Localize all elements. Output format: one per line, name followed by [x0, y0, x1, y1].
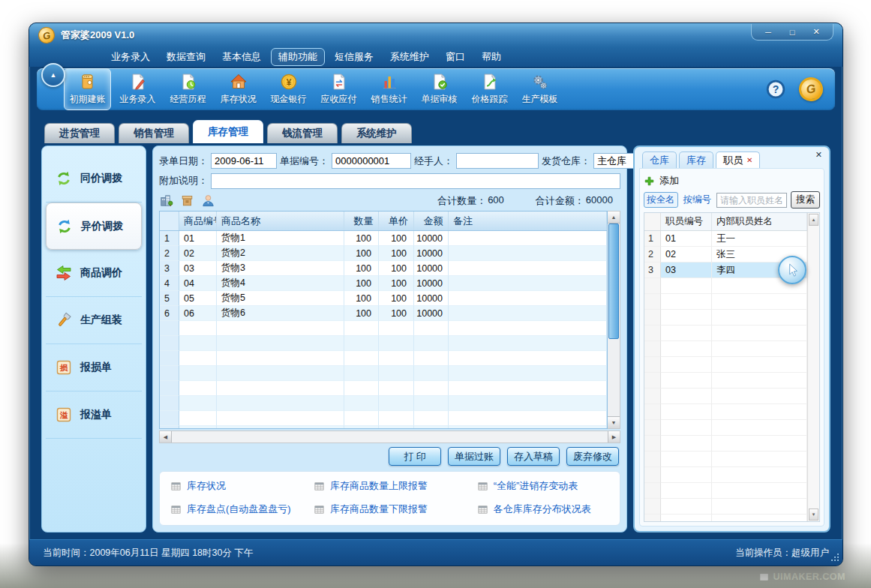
toolbar-button-7[interactable]: 单据审核 [416, 68, 463, 110]
filter-by-code[interactable]: 按编号 [682, 193, 713, 207]
module-tab-3[interactable]: 钱流管理 [267, 123, 338, 143]
add-row[interactable]: 添加 [644, 172, 820, 190]
staff-row-empty[interactable] [644, 357, 807, 373]
table-row[interactable]: 303货物310010010000 [160, 261, 607, 276]
toolbar-button-6[interactable]: 销售统计 [365, 68, 413, 110]
module-tab-2[interactable]: 库存管理 [193, 120, 263, 143]
scroll-up-button[interactable]: ▲ [608, 212, 620, 224]
table-row[interactable]: 404货物410010010000 [160, 276, 607, 291]
stock-lookup-icon[interactable] [180, 194, 194, 208]
staff-lookup-icon[interactable] [201, 194, 215, 208]
table-row-empty[interactable] [160, 351, 607, 366]
menu-item-7[interactable]: 帮助 [475, 49, 508, 65]
lookup-tab-0[interactable]: 仓库 [642, 152, 677, 168]
staff-row-empty[interactable] [644, 310, 807, 326]
staff-scroll-track[interactable] [808, 226, 819, 508]
scroll-down-button[interactable]: ▼ [608, 416, 620, 428]
warehouse-lookup-icon[interactable] [159, 194, 173, 208]
menu-item-6[interactable]: 窗口 [439, 49, 472, 65]
report-link-3[interactable]: 库存盘点(自动盘盈盘亏) [170, 502, 309, 516]
sidebar-item-4[interactable]: 报损单 [46, 344, 142, 392]
table-row[interactable]: 505货物510010010000 [160, 291, 607, 306]
module-tab-1[interactable]: 销售管理 [119, 123, 189, 143]
toolbar-button-8[interactable]: 价格跟踪 [466, 68, 513, 110]
sidebar-item-2[interactable]: 商品调价 [46, 250, 142, 297]
table-row[interactable]: 101货物110010010000 [160, 231, 607, 246]
staff-row-empty[interactable] [644, 483, 807, 499]
sidebar-item-3[interactable]: 生产组装 [46, 297, 142, 344]
staff-row-empty[interactable] [644, 388, 807, 404]
report-link-0[interactable]: 库存状况 [170, 479, 309, 493]
staff-row-empty[interactable] [644, 452, 807, 467]
discard-changes-button[interactable]: 废弃修改 [566, 447, 619, 466]
module-tab-0[interactable]: 进货管理 [44, 123, 115, 143]
toolbar-button-0[interactable]: 初期建账 [64, 68, 111, 110]
report-link-5[interactable]: 各仓库库存分布状况表 [477, 502, 609, 516]
items-horizontal-scrollbar[interactable]: ◀ ▶ [159, 430, 620, 443]
collapse-toolbar-button[interactable]: ▲ [41, 63, 65, 87]
staff-row-empty[interactable] [644, 341, 807, 357]
staff-vertical-scrollbar[interactable]: ▲ ▼ [807, 213, 819, 521]
menu-item-0[interactable]: 业务录入 [104, 49, 157, 65]
handler-input[interactable] [456, 153, 539, 169]
sidebar-item-1[interactable]: 异价调拨 [46, 202, 142, 250]
lookup-tab-2[interactable]: 职员✕ [716, 152, 760, 168]
staff-row-empty[interactable] [644, 467, 807, 483]
menu-item-3[interactable]: 辅助功能 [271, 48, 325, 66]
sidebar-item-0[interactable]: 同价调拨 [46, 155, 142, 202]
staff-scroll-up-button[interactable]: ▲ [809, 214, 818, 226]
date-input[interactable] [211, 153, 277, 169]
table-row-empty[interactable] [160, 366, 607, 381]
staff-scroll-down-button[interactable]: ▼ [809, 508, 818, 520]
table-row-empty[interactable] [160, 381, 607, 396]
maximize-button[interactable]: □ [785, 28, 800, 37]
tab-close-icon[interactable]: ✕ [746, 156, 752, 164]
minimize-button[interactable]: ─ [761, 28, 776, 37]
staff-row-empty[interactable] [644, 373, 807, 388]
table-row-empty[interactable] [160, 426, 607, 428]
table-row-empty[interactable] [160, 396, 607, 411]
scroll-thumb[interactable] [608, 224, 619, 339]
staff-row-empty[interactable] [644, 499, 807, 514]
scroll-right-button[interactable]: ▶ [608, 431, 620, 442]
filter-by-name[interactable]: 按全名 [644, 192, 678, 208]
scroll-track[interactable] [608, 224, 620, 416]
table-row-empty[interactable] [160, 411, 607, 426]
menu-item-5[interactable]: 系统维护 [383, 49, 436, 65]
lookup-tab-1[interactable]: 库存 [679, 152, 713, 168]
table-row[interactable]: 606货物610010010000 [160, 306, 607, 321]
sidebar-item-5[interactable]: 报溢单 [46, 392, 142, 439]
table-row-empty[interactable] [160, 321, 607, 336]
toolbar-button-3[interactable]: 库存状况 [215, 68, 262, 110]
items-vertical-scrollbar[interactable]: ▲ ▼ [608, 211, 620, 429]
staff-row-empty[interactable] [644, 294, 807, 310]
search-button[interactable]: 搜索 [791, 191, 820, 208]
table-row-empty[interactable] [160, 336, 607, 351]
toolbar-button-4[interactable]: 现金银行 [265, 68, 312, 110]
staff-row-empty[interactable] [644, 326, 807, 341]
panel-close-icon[interactable]: ✕ [815, 150, 822, 160]
staff-row[interactable]: 101王一 [644, 231, 807, 247]
report-link-1[interactable]: 库存商品数量上限报警 [314, 479, 473, 493]
close-button[interactable]: ✕ [809, 27, 824, 37]
help-icon[interactable] [766, 80, 785, 99]
toolbar-button-2[interactable]: 经营历程 [164, 68, 212, 110]
save-draft-button[interactable]: 存入草稿 [507, 447, 560, 466]
toolbar-button-9[interactable]: 生产模板 [516, 68, 563, 110]
report-link-2[interactable]: “全能”进销存变动表 [477, 479, 609, 493]
module-tab-4[interactable]: 系统维护 [341, 123, 412, 143]
menu-item-1[interactable]: 数据查询 [160, 49, 212, 65]
staff-search-input[interactable] [716, 193, 787, 208]
staff-row-empty[interactable] [644, 420, 807, 436]
staff-row-empty[interactable] [644, 436, 807, 452]
scroll-left-button[interactable]: ◀ [160, 431, 172, 442]
staff-row-empty[interactable] [644, 404, 807, 420]
menu-item-2[interactable]: 基本信息 [215, 49, 268, 65]
toolbar-button-5[interactable]: 应收应付 [315, 68, 362, 110]
report-link-4[interactable]: 库存商品数量下限报警 [314, 502, 473, 516]
post-voucher-button[interactable]: 单据过账 [448, 447, 500, 466]
toolbar-button-1[interactable]: 业务录入 [114, 68, 161, 110]
menu-item-4[interactable]: 短信服务 [328, 49, 380, 65]
staff-row-empty[interactable] [644, 514, 807, 521]
table-row[interactable]: 202货物210010010000 [160, 246, 607, 261]
